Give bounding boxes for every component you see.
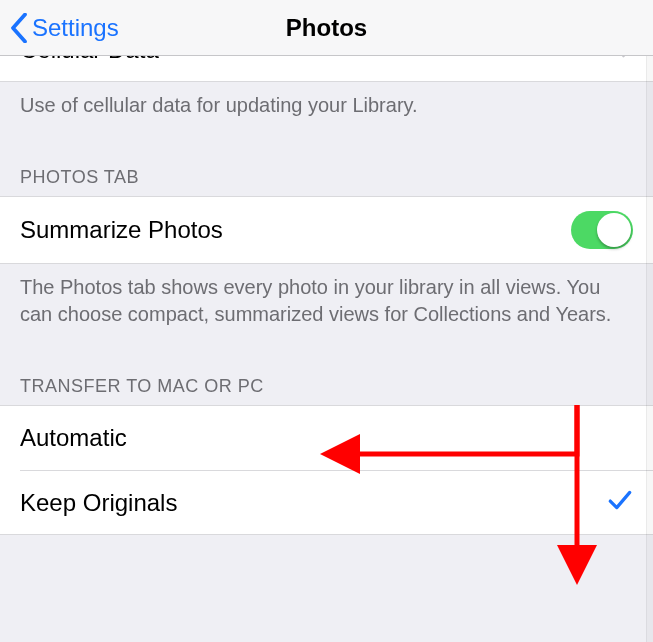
photos-tab-header: PHOTOS TAB [0,139,653,196]
summarize-toggle[interactable] [571,211,633,249]
transfer-header: TRANSFER TO MAC OR PC [0,348,653,405]
photos-tab-footer: The Photos tab shows every photo in your… [0,264,653,348]
navigation-bar: Settings Photos [0,0,653,56]
summarize-photos-row[interactable]: Summarize Photos [0,196,653,264]
chevron-left-icon [10,13,28,43]
transfer-options-group: Automatic Keep Originals [0,405,653,535]
option-label: Automatic [20,424,127,452]
content-area: Cellular Data Use of cellular data for u… [0,56,653,642]
transfer-option-automatic[interactable]: Automatic [0,406,653,470]
back-label: Settings [32,14,119,42]
toggle-knob [597,213,631,247]
cellular-footer: Use of cellular data for updating your L… [0,82,653,139]
row-label: Summarize Photos [20,216,223,244]
row-label: Cellular Data [20,56,159,64]
scroll-edge [646,56,653,642]
checkmark-icon [607,487,633,519]
chevron-right-icon [621,56,633,64]
back-button[interactable]: Settings [0,13,119,43]
cellular-data-row[interactable]: Cellular Data [0,56,653,82]
option-label: Keep Originals [20,489,177,517]
transfer-option-keep-originals[interactable]: Keep Originals [20,470,653,534]
